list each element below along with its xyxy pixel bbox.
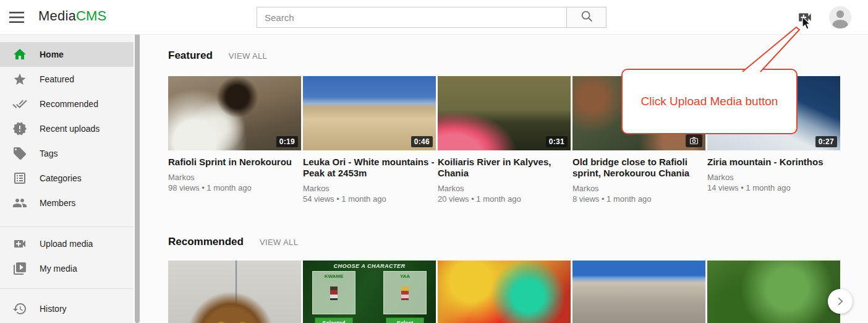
categories-icon: [12, 171, 27, 186]
game-character-panel: YAA: [383, 271, 427, 314]
video-thumbnail[interactable]: CHOOSE A CHARACTERKWAMEYAASelectedSelect: [303, 261, 436, 323]
video-thumbnail[interactable]: [707, 261, 840, 323]
new-releases-icon: [12, 121, 27, 136]
video-card: 0:19Rafioli Sprint in NerokourouMarkos98…: [168, 76, 301, 204]
recommended-view-all-link[interactable]: VIEW ALL: [260, 238, 298, 247]
search-icon: [580, 9, 594, 25]
chevron-right-icon: [833, 295, 847, 308]
video-meta: 20 views • 1 month ago: [438, 194, 571, 204]
sidebar-item-label: Tags: [40, 149, 58, 158]
menu-icon[interactable]: [9, 10, 25, 25]
sidebar-item-history[interactable]: History: [0, 296, 134, 321]
annotation-text: Click Upload Media button: [641, 95, 778, 108]
video-thumbnail[interactable]: [572, 261, 705, 323]
mediacms-logo[interactable]: MediaCMS: [38, 8, 106, 24]
sidebar-scrollbar[interactable]: [135, 32, 140, 323]
game-select-button: Selected: [315, 317, 353, 323]
sidebar-item-categories[interactable]: Categories: [0, 166, 134, 191]
sidebar-item-my-media[interactable]: My media: [0, 256, 134, 281]
members-icon: [12, 196, 27, 210]
game-character-name: KWAME: [313, 273, 355, 279]
search-button[interactable]: [567, 7, 606, 28]
game-select-button: Select: [386, 317, 424, 323]
upload-media-icon: [12, 236, 27, 251]
my-media-icon: [12, 261, 27, 276]
sidebar-item-home[interactable]: Home: [0, 42, 134, 67]
sidebar-item-label: History: [40, 304, 67, 314]
video-thumbnail[interactable]: [168, 261, 301, 323]
user-avatar[interactable]: [829, 6, 851, 28]
search-input[interactable]: [257, 7, 567, 28]
star-icon: [12, 72, 27, 87]
sidebar-section: Upload mediaMy media: [0, 226, 134, 281]
home-icon: [12, 47, 27, 62]
video-author[interactable]: Markos: [572, 183, 705, 194]
video-card: 0:31Koiliaris River in Kalyves, ChaniaMa…: [438, 76, 571, 204]
sidebar: HomeFeaturedRecommendedRecent uploadsTag…: [0, 35, 134, 323]
search-bar: [257, 7, 606, 28]
camera-icon: [686, 134, 702, 147]
sidebar-item-label: Members: [40, 198, 75, 208]
video-author[interactable]: Markos: [168, 172, 301, 183]
video-card: [572, 261, 705, 323]
video-card: [438, 261, 571, 323]
video-thumbnail[interactable]: [438, 261, 571, 323]
sidebar-item-recommended[interactable]: Recommended: [0, 92, 134, 116]
video-card: [168, 261, 301, 323]
history-icon: [12, 301, 27, 316]
game-character-sprite: [401, 286, 409, 300]
video-author[interactable]: Markos: [303, 183, 436, 194]
game-character-sprite: [330, 286, 338, 300]
video-meta: 98 views • 1 month ago: [168, 183, 301, 193]
featured-view-all-link[interactable]: VIEW ALL: [229, 51, 267, 61]
video-card: 0:46Leuka Ori - White mountains - Peak a…: [303, 76, 436, 204]
sidebar-item-label: My media: [40, 264, 77, 273]
game-thumb-title: CHOOSE A CHARACTER: [303, 263, 436, 269]
mouse-cursor-icon: [802, 17, 813, 34]
done-all-icon: [12, 97, 27, 111]
sidebar-section: HomeFeaturedRecommendedRecent uploadsTag…: [0, 42, 134, 215]
sidebar-item-label: Recommended: [40, 99, 98, 109]
video-thumbnail[interactable]: 0:46: [303, 76, 436, 150]
video-author[interactable]: Markos: [707, 172, 840, 183]
featured-section-header: Featured VIEW ALL: [168, 50, 267, 62]
video-title[interactable]: Leuka Ori - White mountains - Peak at 24…: [303, 157, 436, 179]
sidebar-item-tags[interactable]: Tags: [0, 141, 134, 166]
duration-badge: 0:31: [546, 136, 568, 147]
sidebar-section: History: [0, 288, 134, 321]
game-character-panel: KWAME: [312, 271, 355, 314]
sidebar-item-members[interactable]: Members: [0, 191, 134, 215]
featured-title: Featured: [168, 50, 213, 62]
person-icon: [829, 6, 851, 28]
carousel-next-button[interactable]: [828, 289, 853, 314]
duration-badge: 0:27: [815, 136, 837, 147]
game-character-name: YAA: [384, 273, 426, 279]
duration-badge: 0:19: [276, 136, 298, 147]
video-title[interactable]: Old bridge close to Rafioli sprint, Nero…: [572, 157, 705, 179]
sidebar-item-featured[interactable]: Featured: [0, 67, 134, 92]
video-meta: 14 views • 1 month ago: [707, 183, 840, 193]
sidebar-item-label: Categories: [40, 173, 82, 183]
sidebar-item-label: Featured: [40, 74, 74, 84]
recommended-title: Recommended: [168, 236, 244, 248]
sidebar-item-label: Upload media: [40, 239, 93, 249]
sidebar-item-recent-uploads[interactable]: Recent uploads: [0, 116, 134, 141]
video-title[interactable]: Ziria mountain - Korinthos: [707, 157, 840, 168]
annotation-callout: Click Upload Media button: [621, 69, 798, 134]
recommended-video-row: CHOOSE A CHARACTERKWAMEYAASelectedSelect: [168, 261, 842, 323]
sidebar-item-upload-media[interactable]: Upload media: [0, 231, 134, 256]
video-meta: 54 views • 1 month ago: [303, 194, 436, 204]
duration-badge: 0:46: [411, 136, 433, 147]
video-card: [707, 261, 840, 323]
video-title[interactable]: Koiliaris River in Kalyves, Chania: [438, 157, 571, 179]
video-meta: 8 views • 1 month ago: [572, 194, 705, 204]
top-bar: MediaCMS: [0, 0, 868, 35]
video-author[interactable]: Markos: [438, 183, 571, 194]
video-card: CHOOSE A CHARACTERKWAMEYAASelectedSelect: [303, 261, 436, 323]
video-title[interactable]: Rafioli Sprint in Nerokourou: [168, 157, 301, 168]
sidebar-item-label: Recent uploads: [40, 124, 100, 134]
video-thumbnail[interactable]: 0:19: [168, 76, 301, 150]
video-thumbnail[interactable]: 0:31: [438, 76, 571, 150]
logo-text-green: CMS: [76, 8, 107, 24]
tag-icon: [12, 146, 27, 161]
